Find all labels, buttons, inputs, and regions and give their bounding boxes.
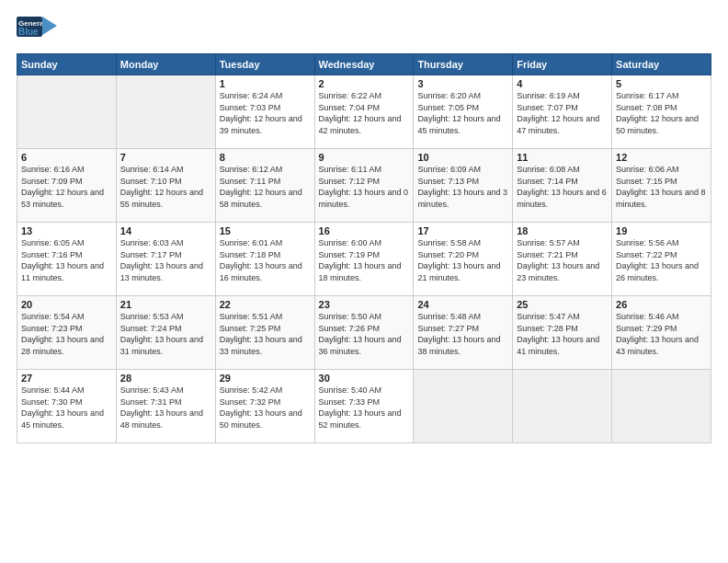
calendar-cell: 7Sunrise: 6:14 AM Sunset: 7:10 PM Daylig…: [116, 149, 215, 223]
calendar-cell: 27Sunrise: 5:44 AM Sunset: 7:30 PM Dayli…: [17, 370, 117, 443]
day-number: 21: [120, 299, 211, 310]
day-number: 14: [120, 225, 211, 236]
day-number: 30: [319, 373, 410, 384]
cell-content: Sunrise: 5:43 AM Sunset: 7:31 PM Dayligh…: [120, 385, 211, 431]
header: General Blue: [17, 13, 711, 46]
day-number: 7: [120, 152, 211, 163]
day-number: 3: [417, 78, 508, 89]
cell-content: Sunrise: 6:24 AM Sunset: 7:03 PM Dayligh…: [220, 90, 311, 136]
cell-content: Sunrise: 5:48 AM Sunset: 7:27 PM Dayligh…: [417, 311, 508, 357]
day-number: 9: [319, 152, 410, 163]
calendar-cell: 22Sunrise: 5:51 AM Sunset: 7:25 PM Dayli…: [215, 296, 314, 370]
cell-content: Sunrise: 5:46 AM Sunset: 7:29 PM Dayligh…: [616, 311, 707, 357]
svg-text:Blue: Blue: [18, 27, 39, 37]
cell-content: Sunrise: 6:14 AM Sunset: 7:10 PM Dayligh…: [120, 164, 211, 210]
day-number: 6: [21, 152, 112, 163]
weekday-header: Saturday: [612, 54, 711, 75]
calendar-cell: 14Sunrise: 6:03 AM Sunset: 7:17 PM Dayli…: [116, 223, 215, 296]
calendar-cell: 9Sunrise: 6:11 AM Sunset: 7:12 PM Daylig…: [314, 149, 414, 223]
weekday-header: Sunday: [17, 54, 117, 75]
cell-content: Sunrise: 6:19 AM Sunset: 7:07 PM Dayligh…: [517, 90, 608, 136]
page: General Blue SundayMondayTuesdayWednesda…: [0, 0, 728, 563]
day-number: 8: [220, 152, 311, 163]
day-number: 12: [616, 152, 707, 163]
cell-content: Sunrise: 5:57 AM Sunset: 7:21 PM Dayligh…: [517, 237, 608, 283]
calendar-cell: 30Sunrise: 5:40 AM Sunset: 7:33 PM Dayli…: [314, 370, 414, 443]
cell-content: Sunrise: 5:47 AM Sunset: 7:28 PM Dayligh…: [517, 311, 608, 357]
day-number: 10: [417, 152, 508, 163]
cell-content: Sunrise: 5:56 AM Sunset: 7:22 PM Dayligh…: [616, 237, 707, 283]
day-number: 19: [616, 225, 707, 236]
day-number: 26: [616, 299, 707, 310]
cell-content: Sunrise: 5:44 AM Sunset: 7:30 PM Dayligh…: [21, 385, 112, 431]
calendar-cell: 17Sunrise: 5:58 AM Sunset: 7:20 PM Dayli…: [414, 223, 513, 296]
day-number: 28: [120, 373, 211, 384]
weekday-header: Wednesday: [314, 54, 414, 75]
calendar-cell: 10Sunrise: 6:09 AM Sunset: 7:13 PM Dayli…: [414, 149, 513, 223]
calendar-cell: 23Sunrise: 5:50 AM Sunset: 7:26 PM Dayli…: [314, 296, 414, 370]
calendar-cell: 19Sunrise: 5:56 AM Sunset: 7:22 PM Dayli…: [612, 223, 711, 296]
day-number: 1: [220, 78, 311, 89]
weekday-header: Friday: [513, 54, 612, 75]
calendar-cell: 24Sunrise: 5:48 AM Sunset: 7:27 PM Dayli…: [414, 296, 513, 370]
cell-content: Sunrise: 6:01 AM Sunset: 7:18 PM Dayligh…: [220, 237, 311, 283]
day-number: 4: [517, 78, 608, 89]
day-number: 27: [21, 373, 112, 384]
calendar-cell: 13Sunrise: 6:05 AM Sunset: 7:16 PM Dayli…: [17, 223, 117, 296]
cell-content: Sunrise: 6:11 AM Sunset: 7:12 PM Dayligh…: [319, 164, 410, 210]
cell-content: Sunrise: 6:06 AM Sunset: 7:15 PM Dayligh…: [616, 164, 707, 210]
day-number: 29: [220, 373, 311, 384]
cell-content: Sunrise: 6:08 AM Sunset: 7:14 PM Dayligh…: [517, 164, 608, 210]
calendar-cell: 25Sunrise: 5:47 AM Sunset: 7:28 PM Dayli…: [513, 296, 612, 370]
cell-content: Sunrise: 5:58 AM Sunset: 7:20 PM Dayligh…: [417, 237, 508, 283]
cell-content: Sunrise: 6:12 AM Sunset: 7:11 PM Dayligh…: [220, 164, 311, 210]
day-number: 17: [417, 225, 508, 236]
cell-content: Sunrise: 5:42 AM Sunset: 7:32 PM Dayligh…: [220, 385, 311, 431]
calendar-cell: [17, 75, 117, 149]
cell-content: Sunrise: 6:05 AM Sunset: 7:16 PM Dayligh…: [21, 237, 112, 283]
calendar-cell: 15Sunrise: 6:01 AM Sunset: 7:18 PM Dayli…: [215, 223, 314, 296]
day-number: 16: [319, 225, 410, 236]
day-number: 13: [21, 225, 112, 236]
calendar-cell: 8Sunrise: 6:12 AM Sunset: 7:11 PM Daylig…: [215, 149, 314, 223]
calendar-cell: [116, 75, 215, 149]
day-number: 22: [220, 299, 311, 310]
calendar-cell: 2Sunrise: 6:22 AM Sunset: 7:04 PM Daylig…: [314, 75, 414, 149]
cell-content: Sunrise: 5:54 AM Sunset: 7:23 PM Dayligh…: [21, 311, 112, 357]
cell-content: Sunrise: 6:03 AM Sunset: 7:17 PM Dayligh…: [120, 237, 211, 283]
cell-content: Sunrise: 6:16 AM Sunset: 7:09 PM Dayligh…: [21, 164, 112, 210]
logo: General Blue: [17, 13, 57, 46]
calendar-cell: [414, 370, 513, 443]
cell-content: Sunrise: 6:00 AM Sunset: 7:19 PM Dayligh…: [319, 237, 410, 283]
svg-marker-3: [42, 17, 57, 35]
day-number: 18: [517, 225, 608, 236]
weekday-header: Monday: [116, 54, 215, 75]
calendar-cell: 28Sunrise: 5:43 AM Sunset: 7:31 PM Dayli…: [116, 370, 215, 443]
calendar-cell: 3Sunrise: 6:20 AM Sunset: 7:05 PM Daylig…: [414, 75, 513, 149]
calendar-cell: 18Sunrise: 5:57 AM Sunset: 7:21 PM Dayli…: [513, 223, 612, 296]
calendar-cell: 11Sunrise: 6:08 AM Sunset: 7:14 PM Dayli…: [513, 149, 612, 223]
cell-content: Sunrise: 6:20 AM Sunset: 7:05 PM Dayligh…: [417, 90, 508, 136]
day-number: 5: [616, 78, 707, 89]
calendar-cell: 6Sunrise: 6:16 AM Sunset: 7:09 PM Daylig…: [17, 149, 117, 223]
cell-content: Sunrise: 6:09 AM Sunset: 7:13 PM Dayligh…: [417, 164, 508, 210]
weekday-header: Thursday: [414, 54, 513, 75]
calendar-cell: [612, 370, 711, 443]
calendar-cell: 12Sunrise: 6:06 AM Sunset: 7:15 PM Dayli…: [612, 149, 711, 223]
calendar-table: SundayMondayTuesdayWednesdayThursdayFrid…: [17, 53, 711, 443]
calendar-cell: 16Sunrise: 6:00 AM Sunset: 7:19 PM Dayli…: [314, 223, 414, 296]
calendar-cell: 21Sunrise: 5:53 AM Sunset: 7:24 PM Dayli…: [116, 296, 215, 370]
calendar-cell: 4Sunrise: 6:19 AM Sunset: 7:07 PM Daylig…: [513, 75, 612, 149]
day-number: 20: [21, 299, 112, 310]
cell-content: Sunrise: 6:17 AM Sunset: 7:08 PM Dayligh…: [616, 90, 707, 136]
calendar-cell: 29Sunrise: 5:42 AM Sunset: 7:32 PM Dayli…: [215, 370, 314, 443]
cell-content: Sunrise: 5:53 AM Sunset: 7:24 PM Dayligh…: [120, 311, 211, 357]
day-number: 15: [220, 225, 311, 236]
cell-content: Sunrise: 6:22 AM Sunset: 7:04 PM Dayligh…: [319, 90, 410, 136]
day-number: 11: [517, 152, 608, 163]
day-number: 23: [319, 299, 410, 310]
cell-content: Sunrise: 5:51 AM Sunset: 7:25 PM Dayligh…: [220, 311, 311, 357]
cell-content: Sunrise: 5:40 AM Sunset: 7:33 PM Dayligh…: [319, 385, 410, 431]
calendar-cell: [513, 370, 612, 443]
day-number: 24: [417, 299, 508, 310]
